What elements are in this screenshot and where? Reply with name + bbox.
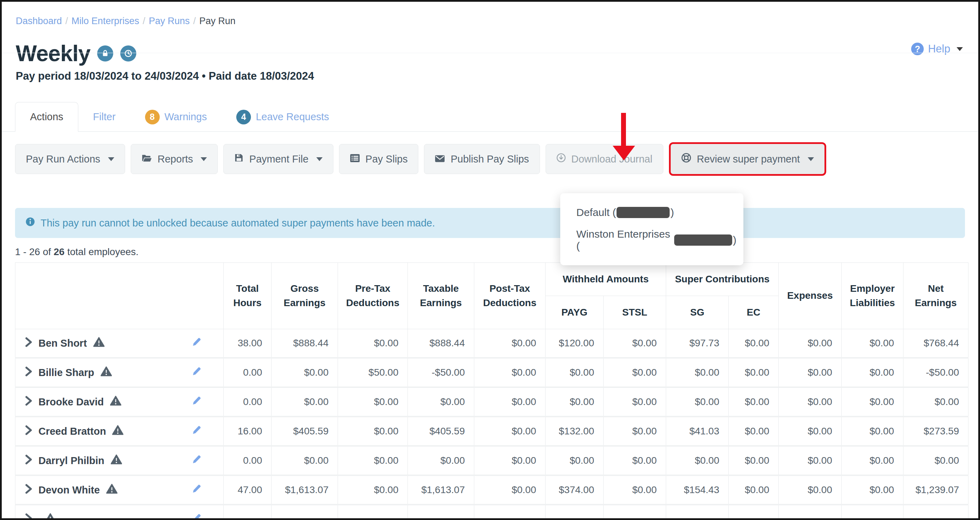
value-cell: $0.00 [904, 446, 969, 475]
edit-pencil-icon[interactable] [191, 513, 202, 520]
value-cell: $0.00 [666, 387, 729, 417]
warning-icon [45, 513, 56, 520]
download-journal-button[interactable]: Download Journal [546, 144, 663, 174]
chevron-right-icon[interactable] [24, 396, 32, 409]
tab-label: Warnings [165, 111, 207, 122]
chevron-right-icon[interactable] [24, 483, 32, 496]
value-cell: $0.00 [338, 387, 408, 417]
value-cell: $154.43 [666, 475, 729, 505]
chevron-right-icon[interactable] [24, 513, 32, 520]
value-cell: -$50.00 [408, 358, 474, 387]
value-cell [666, 505, 729, 520]
value-cell: $273.59 [904, 417, 969, 446]
breadcrumb-business[interactable]: Milo Enterprises [72, 16, 140, 26]
button-label: Payment File [249, 153, 308, 165]
tab-leave-requests[interactable]: 4 Leave Requests [221, 102, 344, 131]
table-row: Darryl Philbin 0.00 $0.00 $0.00 $0.00 $0… [15, 446, 969, 475]
header-super-contributions-group: Super Contributions [666, 263, 779, 296]
value-cell: $0.00 [408, 446, 474, 475]
value-cell: $0.00 [729, 387, 779, 417]
pay-run-actions-button[interactable]: Pay Run Actions [15, 144, 125, 174]
value-cell: $132.00 [546, 417, 604, 446]
dropdown-item-default[interactable]: Default () [560, 202, 743, 223]
payment-file-button[interactable]: Payment File [223, 144, 333, 174]
value-cell: $0.00 [474, 446, 546, 475]
page-title: Weekly [16, 41, 90, 67]
employee-name-cell[interactable]: Ben Short [15, 329, 224, 358]
value-cell [546, 505, 604, 520]
edit-pencil-icon[interactable] [191, 337, 202, 350]
table-row: Brooke David 0.00 $0.00 $0.00 $0.00 $0.0… [15, 387, 969, 417]
value-cell: $0.00 [729, 446, 779, 475]
redaction-bar [674, 234, 732, 246]
employee-name-cell[interactable]: Devon White [15, 475, 224, 505]
value-cell: $0.00 [272, 358, 338, 387]
table-row: Ben Short 38.00 $888.44 $0.00 $888.44 $0… [15, 329, 969, 358]
leave-requests-count-badge: 4 [236, 110, 251, 124]
value-cell: $0.00 [842, 358, 904, 387]
warning-icon [112, 425, 123, 437]
dropdown-item-winston-enterprises[interactable]: Winston Enterprises () [560, 223, 743, 257]
edit-pencil-icon[interactable] [191, 425, 202, 438]
value-cell: 0.00 [224, 387, 272, 417]
breadcrumb-dashboard[interactable]: Dashboard [16, 16, 62, 26]
employee-name-cell[interactable]: Creed Bratton [15, 417, 224, 446]
value-cell: $1,613.07 [272, 475, 338, 505]
value-cell: $0.00 [604, 475, 666, 505]
header-post-tax-deductions: Post-Tax Deductions [474, 263, 546, 329]
tab-label: Filter [93, 111, 115, 122]
employee-name-cell[interactable]: Billie Sharp [15, 358, 224, 387]
info-banner: This pay run cannot be unlocked because … [15, 208, 965, 238]
chevron-right-icon[interactable] [24, 425, 32, 438]
table-row: Creed Bratton 16.00 $405.59 $0.00 $405.5… [15, 417, 969, 446]
header-withheld-amounts-group: Withheld Amounts [546, 263, 666, 296]
reports-button[interactable]: Reports [131, 144, 218, 174]
warnings-count-badge: 8 [145, 110, 160, 124]
warning-icon [110, 396, 121, 408]
publish-pay-slips-button[interactable]: Publish Pay Slips [424, 144, 539, 174]
review-super-payment-button[interactable]: Review super payment [669, 142, 826, 176]
tab-filter[interactable]: Filter [78, 102, 130, 131]
chevron-down-icon [808, 157, 814, 161]
value-cell: $0.00 [604, 387, 666, 417]
header-ec: EC [729, 296, 779, 329]
employee-name-cell[interactable]: Brooke David [15, 387, 224, 417]
annotation-arrow [611, 113, 637, 163]
employee-count: 1 - 26 of 26 total employees. [15, 246, 978, 258]
edit-pencil-icon[interactable] [191, 454, 202, 467]
edit-pencil-icon[interactable] [191, 366, 202, 379]
tab-warnings[interactable]: 8 Warnings [130, 102, 221, 131]
breadcrumb: Dashboard/Milo Enterprises/Pay Runs/Pay … [2, 2, 978, 27]
help-menu[interactable]: ? Help [911, 43, 963, 55]
count-prefix: 1 - 26 of [15, 246, 54, 257]
value-cell: $0.00 [546, 358, 604, 387]
value-cell: $0.00 [474, 358, 546, 387]
value-cell: 0.00 [224, 446, 272, 475]
header-stsl: STSL [604, 296, 666, 329]
value-cell [779, 505, 842, 520]
life-ring-icon [681, 153, 691, 165]
pay-slips-button[interactable]: Pay Slips [339, 144, 419, 174]
breadcrumb-pay-runs[interactable]: Pay Runs [149, 16, 190, 26]
employee-name: Darryl Philbin [38, 455, 105, 466]
value-cell: $0.00 [272, 387, 338, 417]
banner-text: This pay run cannot be unlocked because … [41, 217, 435, 229]
value-cell: $0.00 [338, 446, 408, 475]
value-cell [604, 505, 666, 520]
edit-pencil-icon[interactable] [191, 483, 202, 496]
edit-pencil-icon[interactable] [191, 396, 202, 409]
chevron-down-icon [200, 157, 207, 161]
chevron-right-icon[interactable] [24, 454, 32, 467]
value-cell [842, 505, 904, 520]
tab-actions[interactable]: Actions [15, 102, 78, 132]
employee-name-cell[interactable]: Darryl Philbin [15, 446, 224, 475]
breadcrumb-current: Pay Run [199, 16, 235, 26]
value-cell: $0.00 [779, 417, 842, 446]
button-label: Pay Run Actions [26, 153, 100, 165]
employee-name-cell[interactable] [15, 505, 224, 520]
chevron-right-icon[interactable] [24, 337, 32, 350]
warning-icon [106, 483, 118, 496]
value-cell: $0.00 [666, 446, 729, 475]
chevron-right-icon[interactable] [24, 366, 32, 379]
value-cell: $0.00 [272, 446, 338, 475]
